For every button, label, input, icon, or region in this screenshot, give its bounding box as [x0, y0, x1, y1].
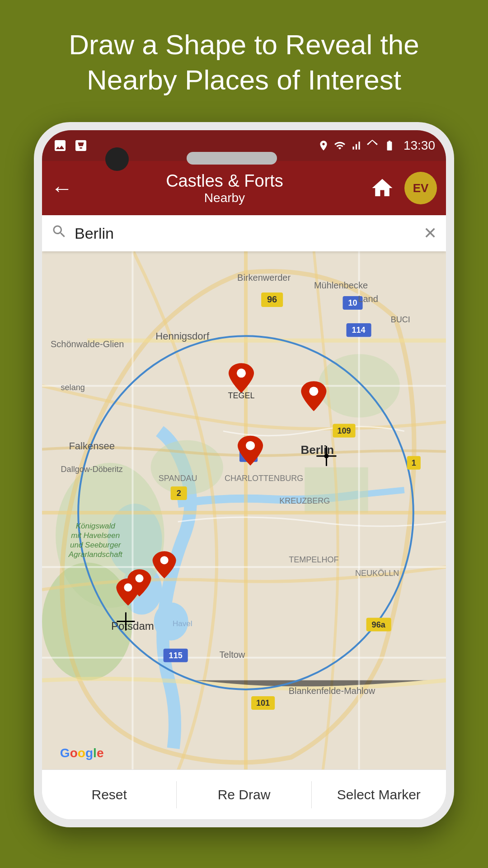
svg-text:Google: Google — [60, 746, 104, 760]
bottom-bar: Reset Re Draw Select Marker — [42, 769, 446, 819]
status-right-icons: 13:30 — [318, 138, 435, 153]
battery-icon — [383, 140, 396, 151]
svg-point-62 — [309, 387, 318, 396]
time-display: 13:30 — [404, 138, 435, 153]
svg-text:114: 114 — [352, 326, 366, 335]
search-clear-button[interactable]: ✕ — [423, 224, 437, 243]
camera — [105, 147, 129, 171]
top-heading: Draw a Shape to Reveal the Nearby Places… — [0, 27, 488, 97]
map-svg: 96 10 114 109 1 2 96a — [42, 251, 446, 769]
svg-text:Mühlenbecke: Mühlenbecke — [314, 280, 368, 290]
svg-point-65 — [135, 574, 143, 582]
svg-text:109: 109 — [337, 426, 351, 435]
svg-text:10: 10 — [348, 298, 357, 307]
svg-text:Agrarlandschaft: Agrarlandschaft — [68, 550, 123, 559]
search-input[interactable] — [75, 225, 423, 242]
map-area[interactable]: 96 10 114 109 1 2 96a — [42, 251, 446, 769]
back-button[interactable]: ← — [51, 176, 73, 201]
svg-text:Land: Land — [358, 294, 378, 304]
select-marker-button[interactable]: Select Marker — [312, 778, 446, 811]
app-title-main: Castles & Forts — [82, 171, 367, 191]
app-bar-icons: EV — [367, 172, 437, 204]
svg-text:KREUZBERG: KREUZBERG — [279, 496, 330, 505]
svg-text:Blankenfelde-Mahlow: Blankenfelde-Mahlow — [289, 686, 375, 696]
phone-frame: 13:30 ← Castles & Forts Nearby EV — [34, 122, 454, 827]
notification-icon — [74, 138, 88, 153]
signal2-icon — [366, 140, 378, 151]
search-icon — [51, 223, 67, 243]
phone-screen: 13:30 ← Castles & Forts Nearby EV — [42, 130, 446, 819]
app-bar: ← Castles & Forts Nearby EV — [42, 161, 446, 215]
redraw-button[interactable]: Re Draw — [177, 778, 311, 811]
app-title-sub: Nearby — [82, 191, 367, 205]
svg-text:TEGEL: TEGEL — [228, 391, 254, 400]
signal-icon — [350, 140, 362, 151]
svg-text:Havel: Havel — [173, 619, 192, 628]
search-bar: ✕ — [42, 215, 446, 251]
home-icon — [370, 176, 394, 200]
svg-text:Berlin: Berlin — [300, 443, 334, 457]
svg-point-63 — [246, 441, 255, 450]
home-button[interactable] — [367, 173, 397, 203]
svg-text:NEUKÖLLN: NEUKÖLLN — [355, 569, 399, 578]
svg-point-69 — [324, 454, 328, 458]
svg-text:96a: 96a — [372, 620, 386, 629]
svg-text:2: 2 — [177, 489, 181, 498]
app-bar-title: Castles & Forts Nearby — [82, 171, 367, 205]
svg-point-64 — [160, 556, 169, 564]
svg-text:SPANDAU: SPANDAU — [159, 474, 197, 483]
reset-button[interactable]: Reset — [42, 778, 176, 811]
svg-point-60 — [237, 368, 246, 377]
svg-text:115: 115 — [169, 651, 183, 660]
wifi-icon — [334, 140, 346, 151]
photo-icon — [53, 138, 67, 153]
svg-text:mit Havelseen: mit Havelseen — [71, 531, 120, 540]
svg-text:Falkensee: Falkensee — [69, 440, 115, 452]
svg-text:Hennigsdorf: Hennigsdorf — [155, 330, 210, 342]
svg-text:101: 101 — [256, 698, 270, 708]
svg-text:Königswald: Königswald — [76, 522, 116, 530]
svg-text:CHARLOTTENBURG: CHARLOTTENBURG — [225, 474, 303, 483]
svg-text:BUCI: BUCI — [391, 315, 410, 324]
svg-text:selang: selang — [61, 383, 85, 392]
svg-text:TEMPELHOF: TEMPELHOF — [289, 555, 338, 564]
location-icon — [318, 140, 329, 151]
svg-text:Birkenwerder: Birkenwerder — [237, 273, 291, 283]
svg-text:1: 1 — [412, 458, 416, 467]
svg-text:Teltow: Teltow — [220, 650, 245, 660]
svg-point-66 — [124, 583, 132, 591]
svg-text:Schönwalde-Glien: Schönwalde-Glien — [51, 339, 124, 349]
speaker — [187, 152, 277, 165]
svg-text:96: 96 — [267, 294, 277, 304]
svg-text:und Seeburger: und Seeburger — [70, 541, 122, 549]
ev-logo-badge[interactable]: EV — [404, 172, 437, 204]
svg-text:Dallgow-Döberitz: Dallgow-Döberitz — [61, 465, 123, 474]
status-left-icons — [53, 138, 88, 153]
